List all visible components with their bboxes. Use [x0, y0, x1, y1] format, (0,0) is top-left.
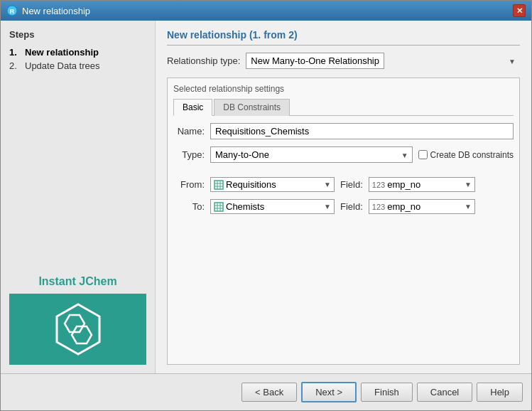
dialog-content: Steps 1. New relationship 2. Update Data…	[1, 21, 531, 373]
svg-rect-5	[215, 181, 223, 189]
help-button[interactable]: Help	[477, 383, 523, 402]
to-table-select-wrapper: Chemists ▼	[210, 199, 335, 214]
from-field-label: Field:	[340, 179, 363, 190]
svg-rect-10	[215, 203, 223, 211]
to-label: To:	[173, 201, 205, 212]
from-field-select-wrapper: 123 emp_no ▼	[369, 177, 475, 192]
from-row: From: Requisitions ▼	[173, 177, 514, 192]
window-title: New relationship	[22, 6, 90, 16]
name-input[interactable]	[210, 123, 514, 139]
step-2-label: Update Data trees	[25, 60, 100, 71]
to-field-arrow: ▼	[465, 203, 472, 210]
cancel-button[interactable]: Cancel	[417, 383, 472, 402]
to-row: To: Chemists ▼	[173, 199, 514, 214]
from-field-select[interactable]: emp_no	[387, 179, 463, 190]
to-table-icon	[214, 202, 224, 212]
svg-marker-2	[57, 304, 99, 354]
create-db-text: Create DB constraints	[430, 150, 514, 160]
to-field-select-wrapper: 123 emp_no ▼	[369, 199, 475, 214]
sidebar-bottom: Instant JChem	[9, 275, 146, 365]
step-1-number: 1.	[9, 47, 22, 58]
relationship-type-select[interactable]: New Many-to-One Relationship	[246, 53, 384, 69]
brand-label: Instant JChem	[38, 275, 116, 288]
step-1-label: New relationship	[25, 47, 99, 58]
panel-title: New relationship (1. from 2)	[167, 29, 520, 46]
from-table-icon	[214, 180, 224, 190]
to-field-select[interactable]: emp_no	[387, 201, 463, 212]
relationship-type-row: Relationship type: New Many-to-One Relat…	[167, 53, 520, 69]
type-select-wrapper: Many-to-One	[210, 146, 413, 163]
type-label: Type:	[173, 149, 205, 160]
title-bar-left: R New relationship	[6, 5, 90, 16]
from-table-select-wrapper: Requisitions ▼	[210, 177, 335, 192]
create-db-label: Create DB constraints	[418, 150, 514, 160]
type-row: Type: Many-to-One Create DB constraints	[173, 146, 514, 163]
logo-box	[9, 294, 146, 365]
to-table-arrow: ▼	[324, 203, 331, 210]
tab-db-constraints[interactable]: DB Constraints	[214, 99, 290, 116]
to-table-select[interactable]: Chemists	[226, 201, 322, 212]
main-panel: New relationship (1. from 2) Relationshi…	[156, 21, 531, 373]
close-button[interactable]: ✕	[513, 4, 526, 17]
bottom-bar: < Back Next > Finish Cancel Help	[1, 373, 531, 410]
to-field-label: Field:	[340, 201, 363, 212]
from-table-arrow: ▼	[324, 181, 331, 188]
from-label: From:	[173, 179, 205, 190]
dialog-window: R New relationship ✕ Steps 1. New relati…	[0, 0, 532, 411]
create-db-checkbox[interactable]	[418, 150, 428, 159]
from-field-type-icon: 123	[372, 181, 385, 189]
step-2: 2. Update Data trees	[9, 60, 146, 71]
finish-button[interactable]: Finish	[361, 383, 413, 402]
from-field-arrow: ▼	[465, 181, 472, 188]
relationship-type-label: Relationship type:	[167, 55, 240, 66]
to-field-type-icon: 123	[372, 203, 385, 211]
name-row: Name:	[173, 123, 514, 139]
settings-group-title: Selected relationship settings	[173, 84, 514, 94]
title-bar: R New relationship ✕	[1, 1, 531, 21]
tabs-row: Basic DB Constraints	[173, 98, 514, 116]
svg-text:R: R	[10, 8, 15, 15]
type-select[interactable]: Many-to-One	[210, 146, 413, 163]
sidebar: Steps 1. New relationship 2. Update Data…	[1, 21, 156, 373]
step-2-number: 2.	[9, 60, 22, 71]
name-label: Name:	[173, 126, 205, 137]
step-1: 1. New relationship	[9, 47, 146, 58]
next-button[interactable]: Next >	[301, 382, 357, 402]
brand-logo	[50, 301, 107, 358]
settings-group: Selected relationship settings Basic DB …	[167, 78, 520, 365]
relationship-type-select-wrapper: New Many-to-One Relationship	[246, 53, 520, 69]
back-button[interactable]: < Back	[241, 383, 297, 402]
window-icon: R	[6, 5, 18, 16]
from-table-select[interactable]: Requisitions	[226, 179, 322, 190]
steps-title: Steps	[9, 29, 146, 40]
tab-basic[interactable]: Basic	[173, 99, 212, 116]
